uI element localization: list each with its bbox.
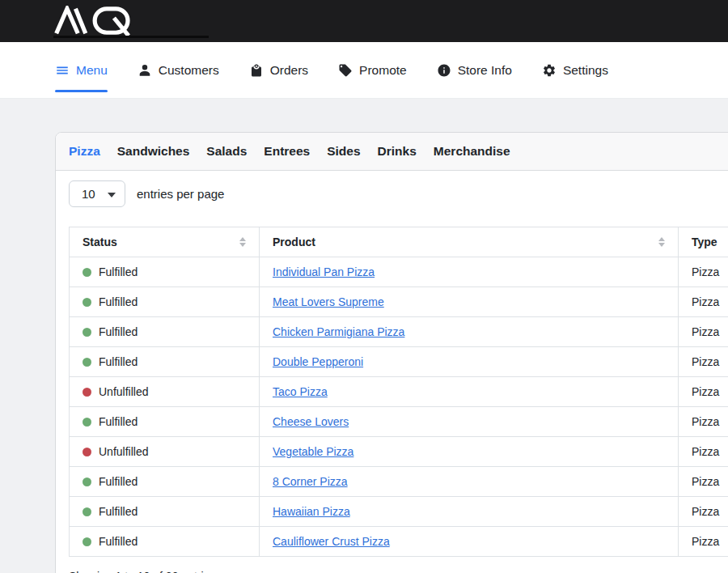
active-tab-underline: [55, 90, 108, 92]
nav-item-orders[interactable]: Orders: [249, 42, 308, 98]
product-cell: Chicken Parmigiana Pizza: [260, 317, 679, 347]
product-link[interactable]: 8 Corner Pizza: [273, 475, 348, 488]
status-label: Fulfilled: [99, 354, 138, 370]
product-cell: Taco Pizza: [260, 377, 679, 407]
aiq-logo: [52, 6, 142, 36]
top-bar: [0, 0, 728, 42]
main-nav: Menu Customers Orders Promote Store Info: [0, 42, 728, 99]
type-cell: Pizza: [679, 467, 728, 497]
column-header[interactable]: Type: [679, 227, 728, 257]
sort-asc-icon: [239, 237, 246, 241]
tab-merchandise[interactable]: Merchandise: [434, 144, 510, 159]
tab-entrees[interactable]: Entrees: [264, 144, 310, 159]
status-cell: Fulfilled: [70, 407, 260, 437]
category-tab-bar: Pizza Sandwiches Salads Entrees Sides Dr…: [56, 133, 728, 171]
table-row: Unfulfilled Vegetable Pizza Pizza: [70, 437, 728, 467]
status-dot: [83, 328, 91, 337]
status-label: Fulfilled: [99, 503, 138, 520]
product-cell: 8 Corner Pizza: [260, 467, 679, 497]
type-cell: Pizza: [679, 437, 728, 467]
status-cell: Fulfilled: [70, 257, 260, 287]
sort-desc-icon: [239, 243, 246, 247]
status-dot: [83, 268, 91, 277]
tab-salads[interactable]: Salads: [206, 144, 247, 159]
type-cell: Pizza: [679, 527, 728, 557]
menu-card: Pizza Sandwiches Salads Entrees Sides Dr…: [55, 132, 728, 573]
type-cell: Pizza: [679, 347, 728, 377]
sort-icon[interactable]: [658, 237, 665, 247]
page-size-row: 10 entries per page: [69, 180, 728, 207]
sort-icon[interactable]: [239, 237, 246, 247]
type-cell: Pizza: [679, 257, 728, 287]
tab-drinks[interactable]: Drinks: [378, 144, 417, 159]
sort-asc-icon: [658, 237, 665, 241]
type-cell: Pizza: [679, 377, 728, 407]
status-cell: Fulfilled: [70, 527, 260, 557]
table-row: Fulfilled Cauliflower Crust Pizza Pizza: [70, 527, 728, 557]
hamburger-icon: [55, 63, 70, 78]
status-label: Unfulfilled: [99, 444, 148, 460]
person-icon: [138, 63, 152, 78]
status-cell: Fulfilled: [70, 497, 260, 527]
status-dot: [83, 507, 91, 516]
entries-per-page-label: entries per page: [137, 187, 224, 201]
nav-item-label: Orders: [270, 63, 308, 78]
logo-underline: [53, 36, 209, 38]
entries-summary: Showing 1 to 10 of 20 entries: [69, 570, 728, 573]
nav-item-label: Settings: [563, 63, 608, 78]
status-dot: [83, 418, 91, 427]
nav-item-settings[interactable]: Settings: [542, 42, 608, 98]
status-label: Fulfilled: [99, 473, 138, 490]
products-table: Status Product: [69, 227, 728, 557]
product-cell: Vegetable Pizza: [260, 437, 679, 467]
column-header[interactable]: Product: [260, 227, 679, 257]
nav-item-label: Customers: [159, 63, 219, 78]
product-link[interactable]: Taco Pizza: [273, 385, 328, 398]
tab-sandwiches[interactable]: Sandwiches: [117, 144, 190, 159]
tab-pizza[interactable]: Pizza: [69, 144, 100, 159]
entries-per-page-value: 10: [82, 187, 95, 201]
product-link[interactable]: Individual Pan Pizza: [273, 265, 375, 278]
status-dot: [83, 537, 91, 546]
chevron-down-icon: [108, 193, 116, 197]
nav-item-menu[interactable]: Menu: [55, 42, 108, 98]
status-label: Fulfilled: [99, 324, 138, 340]
table-row: Fulfilled 8 Corner Pizza Pizza: [70, 467, 728, 497]
nav-item-customers[interactable]: Customers: [138, 42, 219, 98]
product-link[interactable]: Cauliflower Crust Pizza: [273, 535, 390, 548]
table-row: Unfulfilled Taco Pizza Pizza: [70, 377, 728, 407]
table-row: Fulfilled Double Pepperoni Pizza: [70, 347, 728, 377]
status-dot: [83, 298, 91, 307]
column-header[interactable]: Status: [70, 227, 260, 257]
status-cell: Unfulfilled: [70, 377, 260, 407]
status-label: Unfulfilled: [99, 384, 148, 400]
nav-item-promote[interactable]: Promote: [338, 42, 407, 98]
sort-desc-icon: [658, 243, 665, 247]
tab-sides[interactable]: Sides: [327, 144, 360, 159]
entries-per-page-select[interactable]: 10: [69, 180, 125, 207]
status-label: Fulfilled: [99, 414, 138, 430]
status-cell: Fulfilled: [70, 317, 260, 347]
nav-item-store-info[interactable]: Store Info: [437, 42, 512, 98]
nav-item-label: Menu: [76, 63, 108, 78]
product-link[interactable]: Vegetable Pizza: [273, 445, 353, 458]
logo-letter-a: [57, 9, 78, 33]
product-cell: Meat Lovers Supreme: [260, 287, 679, 317]
product-link[interactable]: Meat Lovers Supreme: [273, 295, 384, 308]
type-cell: Pizza: [679, 317, 728, 347]
tag-icon: [338, 63, 353, 78]
product-link[interactable]: Hawaiian Pizza: [273, 505, 350, 518]
table-row: Fulfilled Individual Pan Pizza Pizza: [70, 257, 728, 287]
product-link[interactable]: Cheese Lovers: [273, 415, 349, 428]
status-dot: [83, 358, 91, 367]
product-link[interactable]: Double Pepperoni: [273, 355, 363, 368]
column-header-label: Status: [83, 234, 117, 250]
product-cell: Individual Pan Pizza: [260, 257, 679, 287]
status-dot: [83, 448, 91, 456]
status-dot: [83, 388, 91, 397]
table-body: Fulfilled Individual Pan Pizza Pizza: [70, 257, 728, 557]
table-row: Fulfilled Chicken Parmigiana Pizza Pizza: [70, 317, 728, 347]
product-cell: Cauliflower Crust Pizza: [260, 527, 679, 557]
product-link[interactable]: Chicken Parmigiana Pizza: [273, 325, 404, 338]
status-cell: Fulfilled: [70, 347, 260, 377]
